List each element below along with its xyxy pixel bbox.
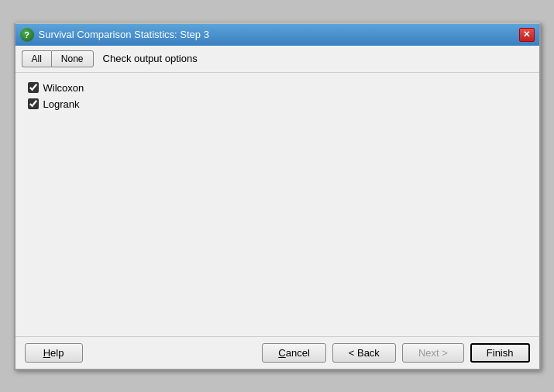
dialog-icon: ? [20,28,34,42]
close-button[interactable]: ✕ [519,28,535,42]
next-label: Next > [418,347,448,359]
dialog-window: ? Survival Comparison Statistics: Step 3… [14,22,541,370]
title-bar-left: ? Survival Comparison Statistics: Step 3 [20,28,209,42]
footer-left: Help [25,343,83,363]
logrank-checkbox[interactable] [28,98,39,109]
toolbar: All None Check output options [15,46,539,73]
all-button[interactable]: All [22,50,51,67]
help-rest: elp [50,347,64,359]
wilcoxon-label: Wilcoxon [43,82,84,94]
back-button[interactable]: < Back [332,343,396,363]
help-button[interactable]: Help [25,343,83,363]
wilcoxon-checkbox[interactable] [28,82,39,93]
cancel-rest: ancel [286,347,310,359]
help-underline: H [43,347,50,359]
back-label: < Back [349,347,380,359]
finish-button[interactable]: Finish [470,343,530,363]
finish-label: Finish [487,347,514,359]
footer-right: Cancel < Back Next > Finish [262,343,529,363]
title-bar: ? Survival Comparison Statistics: Step 3… [15,24,539,46]
toolbar-instruction: Check output options [103,53,198,64]
footer: Help Cancel < Back Next > Finish [15,336,539,369]
cancel-underline: C [278,347,285,359]
logrank-label: Logrank [43,98,80,110]
wilcoxon-row: Wilcoxon [28,82,527,94]
window-title: Survival Comparison Statistics: Step 3 [39,29,209,40]
none-button[interactable]: None [51,50,94,67]
next-button[interactable]: Next > [402,343,464,363]
cancel-button[interactable]: Cancel [262,343,325,363]
content-area: Wilcoxon Logrank [15,73,539,336]
logrank-row: Logrank [28,98,527,110]
